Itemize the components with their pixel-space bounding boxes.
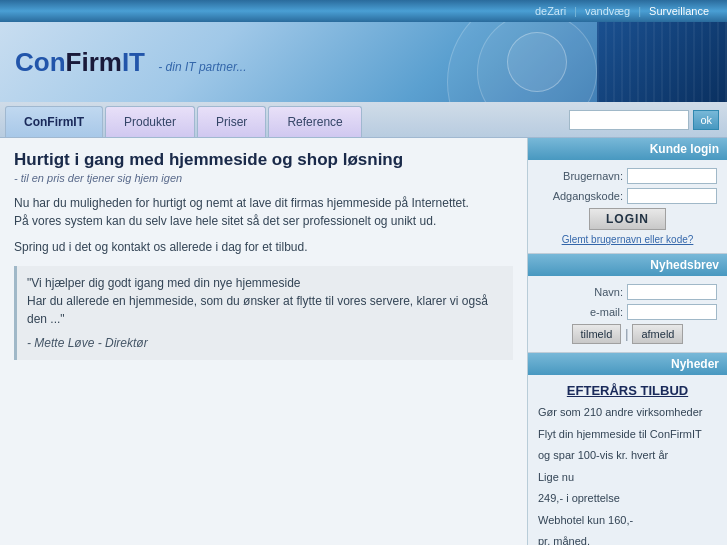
- newsletter-sep: |: [625, 324, 628, 344]
- username-input[interactable]: [627, 168, 717, 184]
- news-line-2: Flyt din hjemmeside til ConFirmIT: [538, 426, 717, 443]
- nav-bar: ConFirmIT Produkter Priser Reference ok: [0, 102, 727, 138]
- sidebar: Kunde login Brugernavn: Adgangskode: LOG…: [527, 138, 727, 545]
- news-section: EFTERÅRS TILBUD Gør som 210 andre virkso…: [528, 375, 727, 545]
- news-line-4: Lige nu: [538, 469, 717, 486]
- news-line-1: Gør som 210 andre virksomheder: [538, 404, 717, 421]
- unsubscribe-button[interactable]: afmeld: [632, 324, 683, 344]
- header-right-panel: [597, 22, 727, 102]
- quote-line-1: "Vi hjælper dig godt igang med din nye h…: [27, 274, 503, 292]
- content-area: Hurtigt i gang med hjemmeside og shop lø…: [0, 138, 527, 545]
- subscribe-button[interactable]: tilmeld: [572, 324, 622, 344]
- nav-tab-reference[interactable]: Reference: [268, 106, 361, 137]
- news-line-5: Webhotel kun 160,-: [538, 512, 717, 529]
- news-title: EFTERÅRS TILBUD: [538, 383, 717, 398]
- topnav-vandvaeg[interactable]: vandvæg: [577, 5, 638, 17]
- quote-line-3: den ...": [27, 310, 503, 328]
- newsletter-section: Navn: e-mail: tilmeld | afmeld: [528, 276, 727, 353]
- news-section-header: Nyheder: [528, 353, 727, 375]
- login-button[interactable]: LOGIN: [589, 208, 666, 230]
- search-input[interactable]: [569, 110, 689, 130]
- login-section: Brugernavn: Adgangskode: LOGIN Glemt bru…: [528, 160, 727, 254]
- topnav-surveillance[interactable]: Surveillance: [641, 5, 717, 17]
- content-quote: "Vi hjælper dig godt igang med din nye h…: [14, 266, 513, 360]
- quote-line-2: Har du allerede en hjemmeside, som du øn…: [27, 292, 503, 310]
- top-bar: deZari | vandvæg | Surveillance: [0, 0, 727, 22]
- deco-circle-3: [507, 32, 567, 92]
- content-subtitle: - til en pris der tjener sig hjem igen: [14, 172, 513, 184]
- forgot-link[interactable]: Glemt brugernavn eller kode?: [538, 234, 717, 245]
- username-row: Brugernavn:: [538, 168, 717, 184]
- newsletter-name-label: Navn:: [543, 286, 623, 298]
- news-price-2: pr. måned.: [538, 533, 717, 545]
- newsletter-name-row: Navn:: [538, 284, 717, 300]
- quote-author: - Mette Løve - Direktør: [27, 334, 503, 352]
- logo-main: ConFirmIT - din IT partner...: [15, 47, 247, 78]
- body-para-1: Nu har du muligheden for hurtigt og nemt…: [14, 194, 513, 212]
- newsletter-section-header: Nyhedsbrev: [528, 254, 727, 276]
- newsletter-buttons: tilmeld | afmeld: [538, 324, 717, 344]
- username-label: Brugernavn:: [543, 170, 623, 182]
- logo-sub: - din IT partner...: [158, 60, 246, 74]
- search-button[interactable]: ok: [693, 110, 719, 130]
- nav-tab-priser[interactable]: Priser: [197, 106, 266, 137]
- news-line-3: og spar 100-vis kr. hvert år: [538, 447, 717, 464]
- nav-tab-produkter[interactable]: Produkter: [105, 106, 195, 137]
- topnav-dezari[interactable]: deZari: [527, 5, 574, 17]
- page-title: Hurtigt i gang med hjemmeside og shop lø…: [14, 150, 513, 170]
- login-section-header: Kunde login: [528, 138, 727, 160]
- body-para-2: På vores system kan du selv lave hele si…: [14, 212, 513, 230]
- content-body: Nu har du muligheden for hurtigt og nemt…: [14, 194, 513, 230]
- news-body: Gør som 210 andre virksomheder Flyt din …: [538, 404, 717, 545]
- login-btn-container: LOGIN: [538, 208, 717, 230]
- newsletter-email-row: e-mail:: [538, 304, 717, 320]
- password-label: Adgangskode:: [543, 190, 623, 202]
- newsletter-email-input[interactable]: [627, 304, 717, 320]
- main-layout: Hurtigt i gang med hjemmeside og shop lø…: [0, 138, 727, 545]
- logo: ConFirmIT - din IT partner...: [0, 47, 247, 78]
- newsletter-name-input[interactable]: [627, 284, 717, 300]
- header: ConFirmIT - din IT partner...: [0, 22, 727, 102]
- password-row: Adgangskode:: [538, 188, 717, 204]
- password-input[interactable]: [627, 188, 717, 204]
- news-price-1: 249,- i oprettelse: [538, 490, 717, 507]
- newsletter-email-label: e-mail:: [543, 306, 623, 318]
- nav-tab-confirmit[interactable]: ConFirmIT: [5, 106, 103, 137]
- content-cta: Spring ud i det og kontakt os allerede i…: [14, 240, 513, 254]
- nav-search: ok: [569, 102, 719, 137]
